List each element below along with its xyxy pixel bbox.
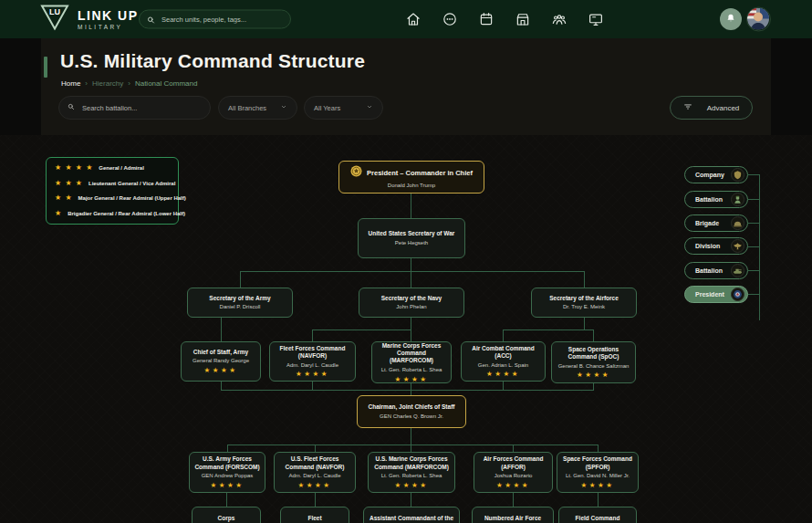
rank-stars: ★★★★ [395, 376, 429, 383]
connector-line [593, 329, 594, 341]
connector-line [312, 329, 313, 341]
navbar-icon-group [405, 11, 604, 27]
profile-avatar[interactable] [746, 7, 771, 32]
monitor-icon[interactable] [588, 11, 604, 27]
rank-stars: ★★★★ [395, 482, 429, 489]
connector-line [513, 493, 514, 507]
shield-badge-icon [731, 168, 744, 182]
connector-line [411, 258, 411, 271]
rank-legend: ★ ★ ★ ★ General / Admiral ★ ★ ★ Lieutena… [46, 157, 179, 225]
level-button-president[interactable]: President [684, 286, 748, 303]
org-node-forscom[interactable]: U.S. Army Forces Command (FORSCOM) GEN A… [189, 452, 265, 493]
logo-triangle-icon: LU [40, 5, 69, 35]
helmet-icon [731, 216, 744, 230]
connector-line [240, 271, 241, 288]
org-node-president[interactable]: President – Commander in Chief Donald Jo… [338, 161, 484, 194]
connector-line [503, 329, 504, 341]
connector-line [226, 493, 227, 507]
logo-subtitle: MILITARY [78, 24, 139, 30]
legend-row: ★ Brigadier General / Rear Admiral (Lowe… [55, 210, 170, 217]
level-button-division[interactable]: Division [684, 237, 748, 255]
org-node-fleet-forces-command[interactable]: Fleet Forces Command (NAVFOR) Adm. Daryl… [269, 341, 356, 382]
rank-stars: ★★★★ [296, 371, 329, 378]
rank-stars: ★ ★ ★ [55, 180, 83, 187]
legend-row: ★ ★ ★ Lieutenant General / Vice Admiral [55, 180, 170, 187]
rank-stars: ★ [55, 210, 62, 217]
connector-line [411, 318, 411, 329]
messages-icon[interactable] [442, 11, 458, 27]
rank-stars: ★★★★ [298, 482, 332, 489]
app-logo[interactable]: LU LINK UP MILITARY [40, 5, 139, 35]
search-icon [147, 11, 155, 27]
connector-line [221, 390, 594, 391]
org-node-secretary-army[interactable]: Secretary of the Army Daniel P. Driscoll [187, 288, 293, 318]
rank-stars: ★★★★ [581, 482, 615, 489]
connector-line [411, 194, 411, 218]
global-search-input[interactable] [160, 15, 283, 25]
org-node-affor[interactable]: Air Forces Command (AFFOR) Joshua Rozari… [474, 452, 553, 493]
connector-line [513, 445, 514, 452]
legend-row: ★ ★ Major General / Rear Admiral (Upper … [55, 194, 170, 202]
presidential-seal-icon [731, 288, 744, 301]
level-button-company[interactable]: Company [684, 166, 748, 183]
global-search[interactable] [139, 10, 291, 29]
home-icon[interactable] [405, 11, 422, 27]
connector-line [315, 493, 316, 507]
connector-line [584, 271, 585, 288]
rank-stars: ★★★★ [211, 482, 245, 489]
org-node-corps-commander[interactable]: Corps Commander [192, 507, 261, 523]
tank-icon [731, 264, 744, 277]
connector-line [598, 445, 599, 452]
connector-line [227, 445, 228, 452]
org-node-secretary-of-war[interactable]: United States Secretary of War Pete Hegs… [358, 218, 465, 258]
rank-stars: ★ ★ [55, 194, 73, 202]
rank-stars: ★★★★ [496, 482, 530, 489]
rank-stars: ★★★★ [204, 367, 238, 374]
org-node-acmc[interactable]: Assistant Commandant of the Marine Corps… [363, 507, 460, 523]
org-node-chairman-jcs[interactable]: Chairman, Joint Chiefs of Staff GEN Char… [357, 395, 466, 428]
connector-line [503, 382, 504, 390]
calendar-icon[interactable] [478, 11, 494, 27]
org-node-marine-corps-forces-command[interactable]: Marine Corps Forces Command (MARFORCOM) … [371, 341, 452, 383]
soldier-icon [731, 193, 744, 206]
storefront-icon[interactable] [515, 11, 531, 27]
svg-text:LU: LU [49, 7, 60, 16]
org-node-us-fleet-forces[interactable]: U.S. Fleet Forces Command (NAVFOR) Adm. … [274, 452, 356, 493]
org-node-spfor[interactable]: Space Forces Command (SPFOR) Lt. Gen. Da… [557, 452, 639, 493]
rank-stars: ★★★★ [486, 371, 520, 378]
presidential-seal-icon [350, 164, 362, 181]
org-node-secretary-navy[interactable]: Secretary of the Navy John Phelan [359, 288, 464, 318]
org-node-fleet-commander[interactable]: Fleet Commander [280, 507, 349, 523]
connector-line [312, 329, 411, 330]
connector-line [221, 318, 222, 341]
level-button-battalion-2[interactable]: Battalion [684, 262, 748, 279]
org-node-space-operations-command[interactable]: Space Operations Command (SpOC) General … [551, 341, 636, 383]
top-navbar: LU LINK UP MILITARY [0, 0, 812, 38]
groups-icon[interactable] [551, 11, 567, 27]
legend-row: ★ ★ ★ ★ General / Admiral [55, 164, 170, 172]
level-button-brigade[interactable]: Brigade [684, 214, 748, 232]
connector-line [411, 271, 411, 288]
connector-line [759, 174, 760, 320]
connector-line [227, 445, 598, 445]
level-button-battalion[interactable]: Battalion [684, 191, 748, 208]
connector-line [411, 445, 411, 452]
rank-stars: ★ ★ ★ ★ [55, 164, 93, 172]
connector-line [312, 382, 313, 390]
app-root: LU LINK UP MILITARY [0, 0, 812, 523]
org-node-us-marine-forces[interactable]: U.S. Marine Corps Forces Command (MARFOR… [368, 452, 455, 493]
connector-line [315, 445, 316, 452]
org-node-numbered-air-force-commander[interactable]: Numbered Air Force Commander [472, 507, 554, 523]
connector-line [411, 493, 411, 507]
eagle-icon [731, 239, 744, 253]
notifications-button[interactable] [720, 8, 742, 30]
bell-icon [725, 11, 736, 27]
org-node-field-command-commander[interactable]: Field Command Commander [558, 507, 637, 523]
org-node-air-combat-command[interactable]: Air Combat Command (ACC) Gen. Adrian L. … [461, 341, 546, 382]
org-node-chief-of-staff-army[interactable]: Chief of Staff, Army General Randy Georg… [181, 341, 261, 382]
connector-line [503, 329, 593, 330]
connector-line [240, 271, 585, 272]
connector-line [598, 493, 599, 507]
connector-line [221, 382, 222, 390]
org-node-secretary-airforce[interactable]: Secretary of the Airforce Dr. Troy E. Me… [531, 288, 637, 318]
